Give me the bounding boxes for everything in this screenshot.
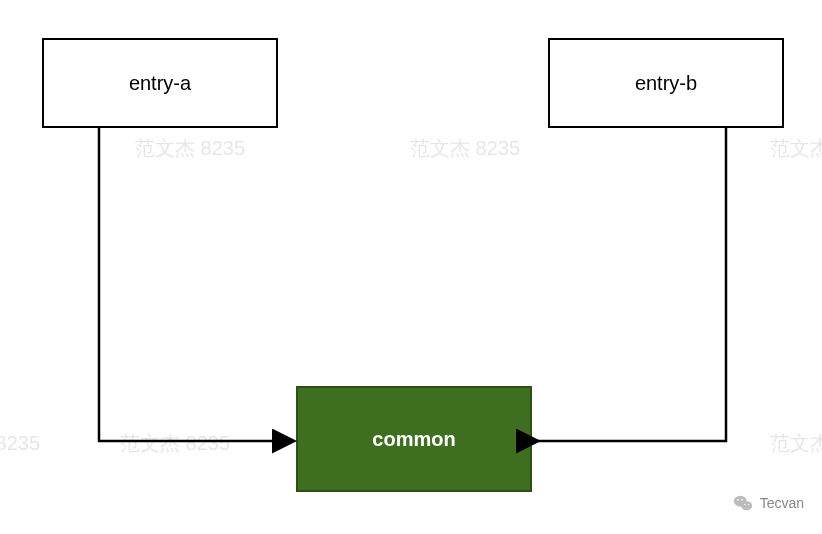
watermark: 范文杰 8235 bbox=[770, 135, 822, 162]
attribution-text: Tecvan bbox=[760, 495, 804, 511]
watermark: 范文杰 8235 bbox=[120, 430, 230, 457]
svg-point-2 bbox=[737, 499, 739, 501]
svg-point-5 bbox=[747, 504, 748, 505]
watermark: 范文杰 8235 bbox=[0, 430, 40, 457]
watermark: 范文杰 8235 bbox=[410, 135, 520, 162]
node-label: common bbox=[372, 428, 455, 451]
node-label: entry-b bbox=[635, 72, 697, 95]
node-common: common bbox=[296, 386, 532, 492]
svg-point-3 bbox=[741, 499, 743, 501]
node-label: entry-a bbox=[129, 72, 191, 95]
node-entry-b: entry-b bbox=[548, 38, 784, 128]
node-entry-a: entry-a bbox=[42, 38, 278, 128]
svg-point-4 bbox=[744, 504, 745, 505]
wechat-icon bbox=[732, 492, 754, 514]
attribution: Tecvan bbox=[732, 492, 804, 514]
watermark: 范文杰 8235 bbox=[770, 430, 822, 457]
svg-point-1 bbox=[741, 501, 752, 510]
watermark: 范文杰 8235 bbox=[135, 135, 245, 162]
